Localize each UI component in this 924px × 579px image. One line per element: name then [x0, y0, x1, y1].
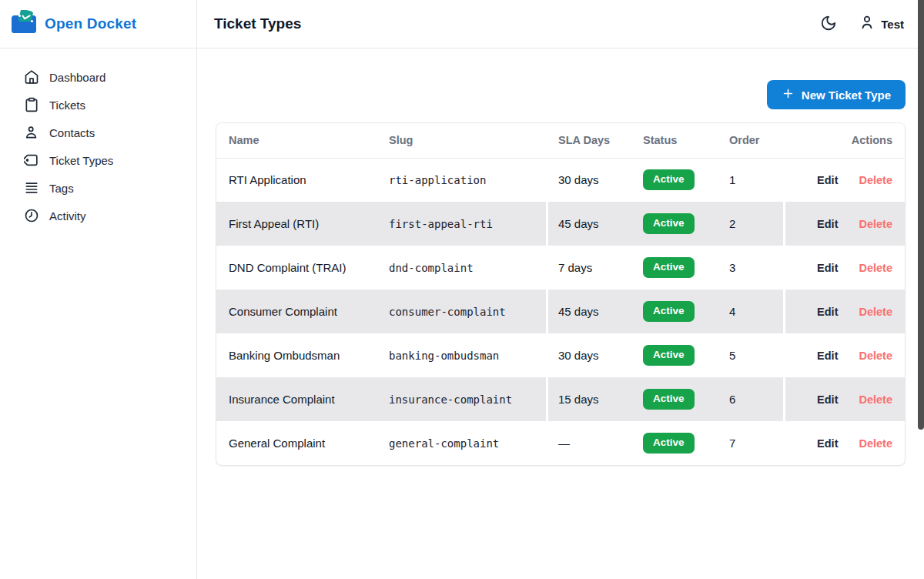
edit-link[interactable]: Edit	[817, 174, 838, 186]
delete-link[interactable]: Delete	[859, 218, 892, 230]
ticket-type-slug: consumer-complaint	[377, 290, 546, 333]
dark-mode-toggle[interactable]	[817, 12, 840, 37]
plus-icon	[782, 87, 795, 102]
status-badge: Active	[643, 169, 695, 190]
sidebar-item-ticket-types[interactable]: Ticket Types	[0, 146, 196, 174]
table-row: Banking Ombudsmanbanking-ombudsman30 day…	[216, 333, 905, 377]
sidebar-item-contacts[interactable]: Contacts	[0, 119, 196, 146]
logo-row[interactable]: Open Docket	[0, 0, 196, 49]
ticket-type-name: General Complaint	[216, 421, 377, 465]
scrollbar-thumb[interactable]	[918, 0, 924, 430]
sidebar-item-label: Contacts	[49, 126, 95, 139]
app: Open Docket DashboardTicketsContactsTick…	[0, 0, 924, 579]
open-docket-logo-icon	[10, 10, 38, 38]
delete-link[interactable]: Delete	[859, 174, 892, 186]
clipboard-icon	[24, 97, 39, 112]
topbar: Ticket Types Test	[197, 0, 924, 49]
table-row: DND Complaint (TRAI)dnd-complaint7 daysA…	[216, 246, 905, 290]
clock-icon	[24, 208, 39, 223]
ticket-types-table: Name Slug SLA Days Status Order Actions …	[216, 123, 905, 465]
ticket-type-name: Consumer Complaint	[216, 290, 377, 333]
delete-link[interactable]: Delete	[859, 262, 892, 274]
column-header-slug: Slug	[377, 123, 546, 158]
order-value: 7	[717, 421, 783, 465]
user-icon	[859, 14, 875, 34]
ticket-type-slug: insurance-complaint	[377, 377, 546, 421]
ticket-type-name: DND Complaint (TRAI)	[216, 246, 377, 290]
table-body: RTI Applicationrti-application30 daysAct…	[216, 158, 905, 465]
status-cell: Active	[631, 290, 717, 333]
table-row: First Appeal (RTI)first-appeal-rti45 day…	[216, 202, 905, 246]
new-ticket-type-button[interactable]: New Ticket Type	[767, 80, 906, 109]
ticket-type-slug: banking-ombudsman	[377, 333, 546, 377]
ticket-type-name: Insurance Complaint	[216, 377, 377, 421]
user-name: Test	[881, 18, 904, 31]
content: New Ticket Type Name Slug SLA Days Stat	[197, 49, 924, 579]
sidebar-item-label: Ticket Types	[49, 154, 113, 167]
column-header-order: Order	[717, 123, 783, 158]
sidebar-item-tags[interactable]: Tags	[0, 174, 196, 202]
sidebar-item-label: Dashboard	[49, 71, 105, 84]
status-badge: Active	[643, 213, 695, 234]
delete-link[interactable]: Delete	[859, 437, 892, 450]
column-header-name: Name	[216, 123, 377, 158]
status-badge: Active	[643, 257, 695, 278]
page-title: Ticket Types	[214, 15, 301, 32]
delete-link[interactable]: Delete	[859, 306, 892, 318]
status-cell: Active	[631, 246, 717, 290]
status-cell: Active	[631, 377, 717, 421]
edit-link[interactable]: Edit	[817, 218, 838, 230]
edit-link[interactable]: Edit	[817, 437, 838, 450]
actions-cell: EditDelete	[783, 290, 905, 333]
order-value: 3	[717, 246, 783, 290]
sidebar-item-label: Activity	[49, 209, 86, 223]
status-badge: Active	[643, 389, 695, 410]
table-row: Insurance Complaintinsurance-complaint15…	[216, 377, 905, 421]
new-ticket-type-label: New Ticket Type	[802, 89, 891, 102]
order-value: 2	[717, 202, 783, 246]
sla-days: 30 days	[546, 158, 631, 202]
status-cell: Active	[631, 158, 717, 202]
actions-cell: EditDelete	[783, 333, 905, 377]
sidebar-item-activity[interactable]: Activity	[0, 202, 196, 229]
sla-days: 7 days	[546, 246, 631, 290]
order-value: 4	[717, 290, 783, 333]
status-cell: Active	[631, 333, 717, 377]
delete-link[interactable]: Delete	[859, 393, 892, 406]
ticket-type-slug: general-complaint	[377, 421, 546, 465]
order-value: 5	[717, 333, 783, 377]
delete-link[interactable]: Delete	[859, 350, 892, 362]
ticket-type-name: First Appeal (RTI)	[216, 202, 377, 246]
ticket-type-slug: first-appeal-rti	[377, 202, 546, 246]
sla-days: —	[546, 421, 631, 465]
ticket-type-name: Banking Ombudsman	[216, 333, 377, 377]
user-menu[interactable]: Test	[859, 14, 904, 34]
edit-link[interactable]: Edit	[817, 306, 838, 318]
actions-cell: EditDelete	[783, 158, 905, 202]
table-row: RTI Applicationrti-application30 daysAct…	[216, 158, 905, 202]
table-header-row: Name Slug SLA Days Status Order Actions	[216, 123, 905, 158]
home-icon	[24, 69, 39, 85]
edit-link[interactable]: Edit	[817, 393, 838, 406]
sla-days: 45 days	[546, 290, 631, 333]
order-value: 1	[717, 158, 783, 202]
ticket-type-slug: rti-application	[377, 158, 546, 202]
ticket-types-table-card: Name Slug SLA Days Status Order Actions …	[216, 122, 906, 466]
status-cell: Active	[631, 421, 717, 465]
status-cell: Active	[631, 202, 717, 246]
column-header-sla: SLA Days	[546, 123, 631, 158]
sidebar: Open Docket DashboardTicketsContactsTick…	[0, 0, 197, 579]
sla-days: 30 days	[546, 333, 631, 377]
actions-cell: EditDelete	[783, 377, 905, 421]
ticket-type-name: RTI Application	[216, 158, 377, 202]
edit-link[interactable]: Edit	[817, 350, 838, 362]
sidebar-item-tickets[interactable]: Tickets	[0, 91, 196, 119]
edit-link[interactable]: Edit	[817, 262, 838, 274]
sidebar-item-dashboard[interactable]: Dashboard	[0, 63, 196, 91]
table-row: Consumer Complaintconsumer-complaint45 d…	[216, 290, 905, 333]
sidebar-nav: DashboardTicketsContactsTicket TypesTags…	[0, 49, 196, 244]
moon-icon	[820, 15, 837, 34]
ticket-type-slug: dnd-complaint	[377, 246, 546, 290]
brand-name: Open Docket	[45, 15, 136, 32]
status-badge: Active	[643, 301, 695, 322]
